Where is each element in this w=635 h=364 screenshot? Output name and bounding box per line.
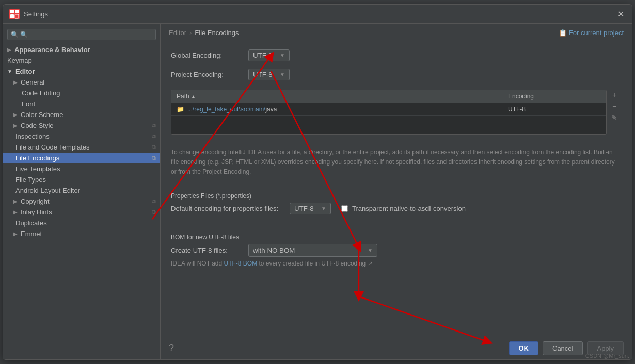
svg-rect-2: [15, 10, 19, 13]
sidebar-item-label: Live Templates: [15, 165, 60, 173]
close-button[interactable]: ✕: [615, 9, 626, 19]
collapse-icon: ▶: [13, 112, 18, 118]
bom-section-label: BOM for new UTF-8 files: [171, 234, 622, 244]
add-row-button[interactable]: +: [609, 90, 620, 100]
sidebar-item-label: Color Scheme: [21, 111, 63, 119]
sidebar-item-inlay-hints[interactable]: ▶ Inlay Hints ⧉: [3, 207, 160, 218]
collapse-icon: ▶: [13, 231, 18, 237]
search-box[interactable]: 🔍: [7, 29, 156, 40]
sidebar-item-label: General: [21, 78, 44, 86]
bom-dropdown[interactable]: with NO BOM ▼: [248, 244, 377, 257]
breadcrumb-current: File Encodings: [195, 29, 239, 37]
global-encoding-row: Global Encoding: UTF-8 ▼: [171, 49, 622, 61]
sidebar-item-label: Appearance & Behavior: [14, 46, 90, 54]
global-encoding-value: UTF-8: [253, 52, 273, 59]
svg-rect-1: [10, 10, 14, 13]
copy-icon: ⧉: [152, 144, 156, 151]
breadcrumb: Editor › File Encodings 📋 For current pr…: [161, 24, 632, 41]
properties-section: Properties Files (*.properties) Default …: [171, 185, 622, 217]
project-encoding-label: Project Encoding:: [171, 71, 243, 78]
project-encoding-row: Project Encoding: UTF-8 ▼: [171, 69, 622, 80]
bom-info-end: to every created file in UTF-8 encoding …: [257, 260, 372, 267]
main-content: Editor › File Encodings 📋 For current pr…: [161, 24, 632, 359]
sidebar-item-color-scheme[interactable]: ▶ Color Scheme: [3, 109, 160, 120]
bom-info: IDEA will NOT add UTF-8 BOM to every cre…: [171, 260, 622, 267]
sidebar-item-label: File Types: [15, 176, 46, 184]
sidebar-item-inspections[interactable]: Inspections ⧉: [3, 131, 160, 142]
sidebar-item-label: Code Style: [21, 122, 54, 129]
sidebar-item-label: Font: [22, 100, 35, 108]
help-button[interactable]: ?: [169, 343, 174, 354]
sidebar-item-label: File and Code Templates: [15, 143, 90, 151]
sidebar-item-code-editing[interactable]: Code Editing: [3, 88, 160, 98]
sidebar-item-live-templates[interactable]: Live Templates: [3, 163, 160, 174]
sidebar-item-file-types[interactable]: File Types: [3, 174, 160, 185]
bom-section: BOM for new UTF-8 files Create UTF-8 fil…: [171, 226, 622, 267]
col-encoding[interactable]: Encoding: [503, 90, 606, 103]
default-encoding-dropdown[interactable]: UTF-8 ▼: [290, 203, 331, 214]
transparent-checkbox[interactable]: [341, 205, 348, 212]
global-encoding-dropdown[interactable]: UTF-8 ▼: [248, 49, 290, 61]
col-path[interactable]: Path: [171, 90, 503, 103]
search-icon: 🔍: [11, 31, 19, 38]
collapse-icon: ▼: [7, 69, 12, 74]
copy-icon: 📋: [559, 29, 567, 37]
sidebar-item-file-code-templates[interactable]: File and Code Templates ⧉: [3, 142, 160, 153]
global-encoding-label: Global Encoding:: [171, 52, 243, 59]
copy-icon: ⧉: [152, 198, 156, 205]
svg-rect-4: [15, 14, 19, 18]
watermark: CSDN @Mr_sun.: [585, 353, 629, 359]
sidebar-item-emmet[interactable]: ▶ Emmet: [3, 228, 160, 239]
copy-icon: ⧉: [152, 133, 156, 140]
sidebar-item-label: Copyright: [21, 197, 50, 205]
sidebar-item-label: Inlay Hints: [21, 208, 52, 216]
cancel-button[interactable]: Cancel: [543, 341, 583, 355]
encoding-value: UTF-8: [503, 103, 606, 115]
title-bar: Settings ✕: [3, 5, 632, 24]
sidebar-item-android-layout-editor[interactable]: Android Layout Editor: [3, 185, 160, 196]
bom-info-static: IDEA will NOT add: [171, 260, 224, 267]
sidebar-item-label: Inspections: [15, 133, 50, 140]
sidebar-item-label: Editor: [15, 68, 35, 75]
search-input[interactable]: [7, 29, 156, 40]
sidebar-item-editor[interactable]: ▼ Editor: [3, 66, 160, 77]
sidebar-item-label: Keymap: [7, 57, 32, 64]
transparent-checkbox-row: Transparent native-to-ascii conversion: [341, 205, 466, 212]
table-actions: + − ✎: [607, 88, 622, 135]
table-header: Path Encoding: [171, 90, 606, 103]
collapse-icon: ▶: [13, 79, 18, 85]
sidebar-item-code-style[interactable]: ▶ Code Style ⧉: [3, 120, 160, 131]
sidebar-item-label: Emmet: [21, 230, 42, 238]
table-body: 📁 ...\reg_le_take_out\src\main\java UTF-…: [171, 103, 606, 134]
copy-icon: ⧉: [152, 209, 156, 216]
dialog-title: Settings: [24, 10, 48, 18]
collapse-icon: ▶: [13, 123, 18, 128]
sidebar: 🔍 ▶ Appearance & Behavior Keymap ▼ Edito…: [3, 24, 161, 359]
sidebar-item-copyright[interactable]: ▶ Copyright ⧉: [3, 196, 160, 207]
sidebar-item-file-encodings[interactable]: File Encodings ⧉: [3, 153, 160, 163]
sidebar-item-appearance[interactable]: ▶ Appearance & Behavior: [3, 44, 160, 55]
sidebar-item-duplicates[interactable]: Duplicates: [3, 218, 160, 228]
default-encoding-row: Default encoding for properties files: U…: [171, 203, 622, 214]
default-encoding-label: Default encoding for properties files:: [171, 205, 284, 212]
bom-info-link[interactable]: UTF-8 BOM: [224, 260, 257, 267]
edit-row-button[interactable]: ✎: [609, 112, 620, 123]
copy-icon: ⧉: [152, 122, 156, 129]
table-row[interactable]: 📁 ...\reg_le_take_out\src\main\java UTF-…: [171, 103, 606, 116]
footer: ? OK Cancel Apply: [161, 337, 632, 359]
path-encoding-table: Path Encoding 📁 ...\reg_le_take_out\src\…: [171, 88, 622, 135]
project-link[interactable]: 📋 For current project: [559, 29, 624, 37]
collapse-icon: ▶: [13, 198, 18, 204]
sidebar-item-font[interactable]: Font: [3, 98, 160, 109]
ok-button[interactable]: OK: [509, 341, 539, 355]
project-encoding-dropdown[interactable]: UTF-8 ▼: [248, 69, 290, 80]
collapse-icon: ▶: [7, 47, 11, 53]
create-utf8-label: Create UTF-8 files:: [171, 246, 243, 254]
remove-row-button[interactable]: −: [609, 101, 620, 111]
svg-rect-3: [10, 14, 14, 18]
dropdown-arrow-icon: ▼: [321, 206, 326, 211]
sidebar-item-general[interactable]: ▶ General: [3, 77, 160, 88]
create-utf8-row: Create UTF-8 files: with NO BOM ▼: [171, 244, 622, 257]
content-area: Global Encoding: UTF-8 ▼ Project Encodin…: [161, 41, 632, 337]
sidebar-item-keymap[interactable]: Keymap: [3, 55, 160, 66]
